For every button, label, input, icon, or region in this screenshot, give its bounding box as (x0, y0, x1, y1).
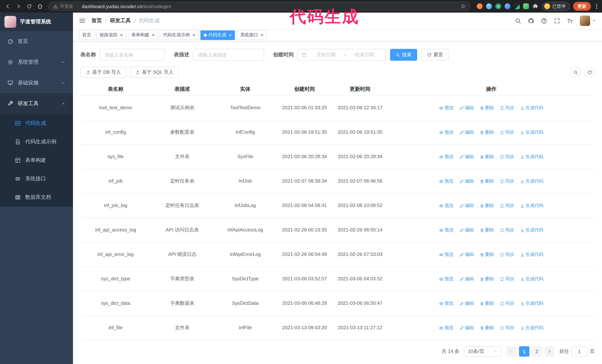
preview-link[interactable]: 预览 (439, 129, 454, 136)
preview-link[interactable]: 预览 (439, 324, 454, 332)
sidebar-item-system-management[interactable]: 系统管理 (0, 52, 73, 73)
extension-icon-translate[interactable] (514, 3, 520, 9)
address-bar[interactable]: 不安全 dashboard.yudao.iocoder.cn/tool/code… (48, 1, 471, 11)
sync-link[interactable]: 同步 (500, 227, 514, 234)
edit-link[interactable]: 编辑 (459, 129, 474, 136)
generate-code-link[interactable]: 生成代码 (520, 275, 543, 282)
edit-link[interactable]: 编辑 (459, 275, 474, 282)
bookmark-star-icon[interactable] (461, 4, 466, 9)
hamburger-icon[interactable] (79, 17, 86, 24)
generate-code-link[interactable]: 生成代码 (520, 129, 543, 136)
close-icon[interactable]: × (120, 32, 123, 37)
table-desc-input[interactable] (193, 49, 264, 61)
preview-link[interactable]: 预览 (439, 153, 454, 160)
tab-codegen[interactable]: 代码生成 × (200, 30, 235, 40)
edit-link[interactable]: 编辑 (459, 251, 474, 258)
edit-link[interactable]: 编辑 (459, 178, 474, 185)
sync-link[interactable]: 同步 (500, 324, 514, 332)
delete-link[interactable]: 删除 (480, 300, 494, 307)
next-page-button[interactable] (544, 346, 555, 357)
fullscreen-icon[interactable] (554, 18, 560, 24)
extension-icon-v[interactable] (495, 3, 501, 9)
tab-home[interactable]: 首页 (79, 30, 95, 40)
search-icon[interactable] (515, 18, 521, 24)
prev-page-button[interactable] (506, 346, 517, 357)
preview-link[interactable]: 预览 (439, 178, 454, 185)
delete-link[interactable]: 删除 (480, 324, 494, 332)
delete-link[interactable]: 删除 (480, 129, 494, 136)
extension-icon-drop[interactable] (486, 3, 492, 9)
edit-link[interactable]: 编辑 (459, 104, 474, 112)
sync-link[interactable]: 同步 (500, 129, 514, 136)
sidebar-item-system-api[interactable]: 系统接口 (0, 170, 73, 188)
sync-link[interactable]: 同步 (500, 153, 514, 160)
generate-code-link[interactable]: 生成代码 (520, 324, 543, 332)
preview-link[interactable]: 预览 (439, 251, 454, 258)
tab-codegen-example[interactable]: 代码生成示例 × (160, 30, 198, 40)
reset-button[interactable]: 重置 (422, 49, 449, 61)
close-icon[interactable]: × (192, 32, 195, 37)
goto-page-input[interactable] (571, 346, 588, 357)
edit-link[interactable]: 编辑 (459, 324, 474, 332)
sync-link[interactable]: 同步 (500, 275, 514, 282)
create-time-range-picker[interactable]: 开始日期 - 结束日期 (298, 49, 386, 61)
sync-link[interactable]: 同步 (500, 300, 514, 307)
generate-code-link[interactable]: 生成代码 (520, 227, 543, 234)
preview-link[interactable]: 预览 (439, 202, 454, 209)
tab-system-api[interactable]: 系统接口 × (237, 30, 267, 40)
chrome-menu-icon[interactable] (594, 2, 599, 10)
import-db-button[interactable]: 基于 DB 导入 (80, 67, 127, 78)
delete-link[interactable]: 删除 (480, 275, 494, 282)
sidebar-item-home[interactable]: 首页 (0, 31, 73, 52)
preview-link[interactable]: 预览 (439, 227, 454, 234)
sync-link[interactable]: 同步 (500, 104, 514, 112)
preview-link[interactable]: 预览 (439, 104, 454, 112)
browser-home-button[interactable] (35, 1, 45, 11)
sync-link[interactable]: 同步 (500, 251, 514, 258)
generate-code-link[interactable]: 生成代码 (520, 104, 543, 112)
delete-link[interactable]: 删除 (480, 153, 494, 160)
refresh-table-button[interactable] (584, 67, 595, 77)
preview-link[interactable]: 预览 (439, 300, 454, 307)
search-button[interactable]: 搜索 (390, 49, 417, 61)
extension-icon-orange[interactable] (477, 3, 483, 9)
app-logo[interactable]: 芋道管理系统 (0, 13, 73, 31)
user-menu[interactable] (580, 16, 596, 26)
browser-forward-button[interactable] (14, 1, 23, 11)
extension-icon-people[interactable] (505, 3, 510, 9)
extensions-puzzle-icon[interactable] (532, 3, 538, 9)
sidebar-item-form-builder[interactable]: 表单构建 (0, 151, 73, 170)
github-icon[interactable] (528, 18, 534, 24)
edit-link[interactable]: 编辑 (459, 153, 474, 160)
browser-reload-button[interactable] (24, 1, 34, 11)
table-name-input[interactable] (100, 49, 165, 61)
browser-back-button[interactable] (3, 1, 13, 11)
page-button-1[interactable]: 1 (519, 346, 529, 357)
delete-link[interactable]: 删除 (480, 251, 494, 258)
close-icon[interactable]: × (261, 32, 263, 37)
delete-link[interactable]: 删除 (480, 104, 494, 112)
delete-link[interactable]: 删除 (480, 178, 494, 185)
generate-code-link[interactable]: 生成代码 (520, 300, 543, 307)
sidebar-item-devtools[interactable]: 研发工具 (0, 93, 73, 114)
chrome-update-button[interactable]: 更新 (573, 2, 591, 11)
sidebar-item-db-doc[interactable]: 数据库文档 (0, 188, 73, 207)
tab-tracing[interactable]: 链路追踪 × (96, 30, 126, 40)
generate-code-link[interactable]: 生成代码 (520, 153, 543, 160)
edit-link[interactable]: 编辑 (459, 227, 474, 234)
profile-paused-badge[interactable]: 已暂停 (542, 2, 570, 11)
generate-code-link[interactable]: 生成代码 (520, 202, 543, 209)
import-sql-button[interactable]: 基于 SQL 导入 (130, 67, 179, 78)
edit-link[interactable]: 编辑 (459, 300, 474, 307)
sidebar-item-infrastructure[interactable]: 基础设施 (0, 73, 73, 93)
page-button-2[interactable]: 2 (532, 346, 542, 357)
generate-code-link[interactable]: 生成代码 (520, 178, 543, 185)
sidebar-item-codegen-example[interactable]: 代码生成示例 (0, 133, 73, 151)
tab-form-builder[interactable]: 表单构建 × (128, 30, 158, 40)
breadcrumb-devtools[interactable]: 研发工具 (110, 17, 131, 24)
delete-link[interactable]: 删除 (480, 202, 494, 209)
edit-link[interactable]: 编辑 (459, 202, 474, 209)
close-icon[interactable]: × (152, 32, 154, 37)
toggle-search-button[interactable] (570, 67, 580, 77)
font-size-icon[interactable] (567, 18, 573, 24)
